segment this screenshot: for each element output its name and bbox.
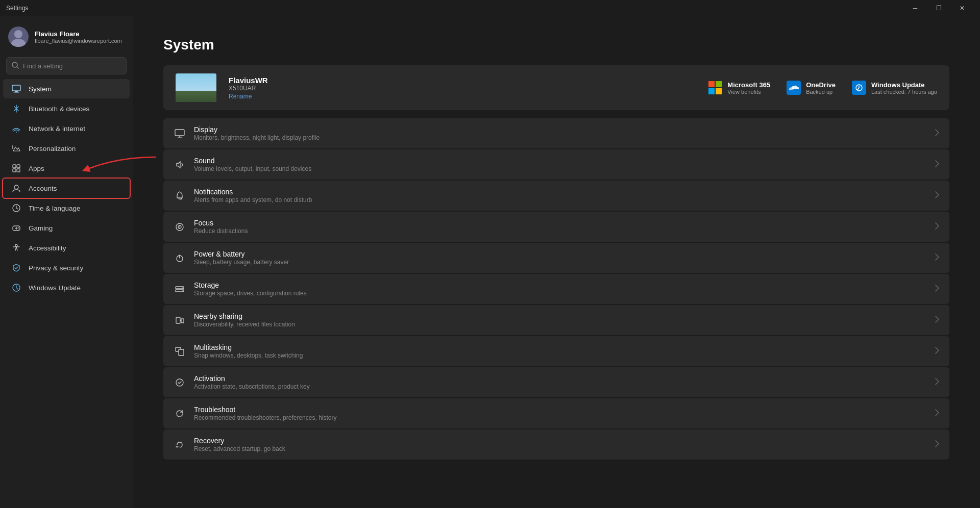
sidebar: Flavius Floare floare_flavius@windowsrep… [0,16,133,508]
onedrive-link-label: OneDrive [806,81,836,89]
close-button[interactable]: ✕ [950,0,974,16]
power-settings-title: Power & battery [194,250,927,258]
onedrive-link-sub: Backed up [806,89,836,95]
gaming-icon [11,223,21,233]
settings-item-activation[interactable]: ActivationActivation state, subscription… [163,367,949,397]
bluetooth-icon [11,104,21,114]
search-input[interactable] [23,62,121,70]
system-link-onedrive[interactable]: OneDriveBacked up [787,81,836,95]
restore-button[interactable]: ❐ [927,0,950,16]
system-link-windows-update[interactable]: Windows UpdateLast checked: 7 hours ago [852,81,937,95]
search-box[interactable] [6,57,127,74]
ms365-link-sub: View benefits [727,89,770,95]
sidebar-item-label-time: Time & language [29,205,121,212]
svg-point-40 [182,290,183,291]
sidebar-item-time[interactable]: Time & language [3,198,130,218]
sidebar-item-accessibility[interactable]: Accessibility [3,238,130,258]
system-rename[interactable]: Rename [229,93,696,100]
sidebar-item-windows-update[interactable]: Windows Update [3,278,130,297]
settings-item-nearby-sharing[interactable]: Nearby sharingDiscoverability, received … [163,305,949,335]
settings-item-recovery[interactable]: RecoveryReset, advanced startup, go back [163,429,949,460]
storage-settings-title: Storage [194,281,927,289]
svg-point-34 [179,226,180,227]
settings-item-multitasking[interactable]: MultitaskingSnap windows, desktops, task… [163,336,949,366]
svg-line-4 [17,67,18,68]
power-settings-sub: Sleep, battery usage, battery saver [194,259,927,266]
svg-rect-42 [181,319,184,323]
sidebar-item-bluetooth[interactable]: Bluetooth & devices [3,99,130,118]
svg-point-20 [18,228,19,230]
svg-rect-24 [708,81,715,87]
recovery-settings-text: RecoveryReset, advanced startup, go back [194,437,927,452]
sound-settings-sub: Volume levels, output, input, sound devi… [194,165,927,172]
minimize-button[interactable]: ─ [903,0,927,16]
sidebar-item-privacy[interactable]: Privacy & security [3,258,130,277]
settings-item-power[interactable]: Power & batterySleep, battery usage, bat… [163,243,949,273]
svg-rect-10 [13,165,16,168]
nearby-sharing-chevron-icon [935,316,939,324]
sound-settings-icon [174,159,186,171]
svg-point-14 [14,185,18,189]
focus-chevron-icon [935,222,939,231]
svg-rect-41 [176,317,180,323]
sidebar-item-label-accessibility: Accessibility [29,244,121,252]
settings-list: DisplayMonitors, brightness, night light… [163,118,949,460]
network-icon [11,123,21,134]
focus-settings-title: Focus [194,219,927,227]
svg-rect-27 [716,88,722,94]
svg-point-21 [15,244,17,246]
focus-settings-icon [174,221,186,233]
sidebar-item-personalization[interactable]: Personalization [3,139,130,158]
time-icon [11,203,21,213]
svg-point-39 [182,287,183,288]
svg-rect-5 [12,85,20,91]
svg-rect-12 [13,169,16,172]
accounts-icon [11,183,21,193]
settings-item-sound[interactable]: SoundVolume levels, output, input, sound… [163,149,949,180]
ms365-link-icon [708,81,722,95]
display-settings-title: Display [194,125,927,134]
settings-item-focus[interactable]: FocusReduce distractions [163,212,949,242]
settings-item-storage[interactable]: StorageStorage space, drives, configurat… [163,274,949,304]
storage-chevron-icon [935,285,939,293]
profile-info: Flavius Floare floare_flavius@windowsrep… [35,30,125,44]
settings-item-notifications[interactable]: NotificationsAlerts from apps and system… [163,181,949,211]
sidebar-item-label-gaming: Gaming [29,224,121,232]
search-icon [12,62,19,70]
nearby-sharing-settings-title: Nearby sharing [194,312,927,320]
nav-list: SystemBluetooth & devicesNetwork & inter… [0,79,133,298]
windows-update-link-label: Windows Update [871,81,937,89]
page-title: System [163,37,949,53]
power-chevron-icon [935,253,939,262]
sidebar-item-network[interactable]: Network & internet [3,119,130,138]
settings-item-troubleshoot[interactable]: TroubleshootRecommended troubleshooters,… [163,398,949,428]
svg-point-46 [176,379,183,386]
svg-rect-25 [716,81,722,87]
storage-settings-icon [174,283,186,295]
activation-chevron-icon [935,378,939,387]
sidebar-item-accounts[interactable]: Accounts [3,179,130,198]
titlebar: Settings ─ ❐ ✕ [0,0,980,16]
sidebar-item-system[interactable]: System [3,79,130,98]
activation-settings-title: Activation [194,374,927,383]
accessibility-icon [11,243,21,253]
sidebar-item-apps[interactable]: Apps [3,159,130,178]
profile-section[interactable]: Flavius Floare floare_flavius@windowsrep… [0,20,133,55]
main-content: System FlaviusWR X510UAR Rename Microsof… [133,16,980,508]
windows-update-link-icon [852,81,866,95]
svg-point-8 [16,132,17,133]
sidebar-item-label-apps: Apps [29,165,121,172]
notifications-settings-text: NotificationsAlerts from apps and system… [194,188,927,204]
focus-settings-sub: Reduce distractions [194,227,927,235]
svg-point-19 [18,227,19,228]
notifications-chevron-icon [935,191,939,200]
sidebar-item-gaming[interactable]: Gaming [3,218,130,238]
multitasking-settings-sub: Snap windows, desktops, task switching [194,352,927,359]
sidebar-item-label-accounts: Accounts [29,185,121,192]
apps-icon [11,163,21,173]
settings-item-display[interactable]: DisplayMonitors, brightness, night light… [163,118,949,148]
titlebar-controls: ─ ❐ ✕ [903,0,974,16]
system-link-ms365[interactable]: Microsoft 365View benefits [708,81,770,95]
sound-chevron-icon [935,160,939,169]
activation-settings-text: ActivationActivation state, subscription… [194,374,927,390]
